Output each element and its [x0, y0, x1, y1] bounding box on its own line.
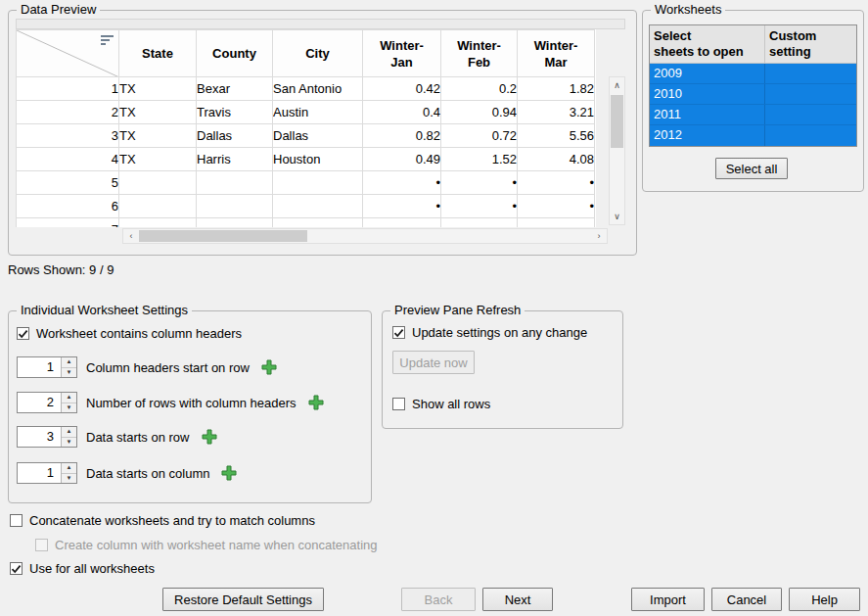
use-for-all-worksheets-checkbox[interactable]: Use for all worksheets	[10, 561, 155, 576]
checkbox-box	[35, 539, 48, 551]
back-button[interactable]: Back	[401, 588, 476, 611]
update-now-button[interactable]: Update now	[392, 351, 475, 374]
spinner-down-icon[interactable]: ▼	[62, 438, 76, 448]
vertical-scrollbar[interactable]: ∧ ∨	[609, 76, 625, 225]
preview-cell	[441, 218, 518, 228]
worksheet-contains-headers-checkbox[interactable]: Worksheet contains column headers	[17, 326, 242, 341]
excel-import-wizard-dialog: Data Preview	[0, 0, 868, 616]
preview-row: 5 • • •	[17, 171, 595, 195]
preview-cell	[273, 195, 363, 218]
spinner-down-icon[interactable]: ▼	[62, 474, 76, 484]
row-number: 6	[17, 195, 119, 218]
preview-cell: Austin	[273, 101, 363, 124]
worksheet-row-2010[interactable]: 2010	[650, 84, 856, 105]
preview-cell: Dallas	[273, 124, 363, 148]
scroll-down-icon[interactable]: ∨	[610, 209, 624, 224]
horizontal-scrollbar[interactable]: ‹ ›	[122, 228, 608, 244]
spinner-down-icon[interactable]: ▼	[62, 368, 76, 378]
spinner-down-icon[interactable]: ▼	[62, 403, 76, 413]
restore-default-settings-button[interactable]: Restore Default Settings	[162, 588, 324, 611]
data-preview-title: Data Preview	[17, 2, 100, 18]
preview-cell	[119, 195, 197, 218]
checkbox-box	[17, 327, 29, 340]
preview-cell: 0.72	[441, 124, 518, 148]
preview-cell: •	[518, 195, 595, 218]
preview-cell: 0.4	[363, 101, 441, 124]
update-on-change-checkbox[interactable]: Update settings on any change	[392, 325, 587, 340]
import-button[interactable]: Import	[631, 588, 705, 611]
preview-cell	[518, 218, 595, 228]
preview-cell: •	[363, 195, 441, 218]
preview-pane-refresh-title: Preview Pane Refresh	[390, 303, 525, 318]
spinner-up-icon[interactable]: ▲	[62, 393, 76, 403]
rows-shown-status: Rows Shown: 9 / 9	[8, 262, 114, 277]
add-icon[interactable]	[220, 464, 238, 482]
concatenate-checkbox[interactable]: Concatenate worksheets and try to match …	[10, 513, 315, 528]
preview-cell: •	[518, 171, 595, 195]
worksheet-name: 2012	[650, 125, 765, 146]
vertical-scroll-thumb[interactable]	[611, 95, 623, 148]
checkbox-box	[392, 398, 405, 410]
column-header-city: City	[273, 30, 363, 77]
data-start-row-spinner[interactable]: 3 ▲ ▼	[17, 426, 77, 448]
worksheet-row-2012[interactable]: 2012	[650, 125, 856, 146]
row-number: 2	[17, 101, 119, 124]
checkbox-box	[10, 514, 23, 527]
row-number: 1	[17, 77, 119, 101]
spinner-label: Data starts on row	[86, 430, 190, 445]
preview-row: 7	[17, 218, 595, 228]
spinner-value: 1	[18, 463, 59, 483]
show-all-rows-checkbox[interactable]: Show all rows	[392, 397, 490, 411]
preview-cell	[197, 171, 273, 195]
scroll-left-icon[interactable]: ‹	[123, 229, 139, 243]
column-headers-start-row-spinner[interactable]: 1 ▲ ▼	[17, 356, 77, 378]
preview-cell: 5.56	[518, 124, 595, 148]
spinner-label: Number of rows with column headers	[86, 396, 297, 410]
preview-cell: 4.08	[518, 148, 595, 171]
scroll-right-icon[interactable]: ›	[591, 229, 607, 243]
worksheet-name: 2011	[650, 105, 765, 124]
spinner-row: 2 ▲ ▼ Number of rows with column headers	[17, 392, 325, 413]
select-all-button[interactable]: Select all	[715, 158, 788, 179]
custom-setting-cell	[765, 64, 856, 83]
scroll-up-icon[interactable]: ∧	[610, 77, 624, 93]
header-rows-count-spinner[interactable]: 2 ▲ ▼	[17, 392, 77, 413]
add-icon[interactable]	[307, 394, 325, 411]
custom-setting-cell	[765, 84, 856, 104]
preview-cell	[273, 171, 363, 195]
preview-cell: Houston	[273, 148, 363, 171]
add-icon[interactable]	[260, 358, 278, 376]
worksheet-row-2009[interactable]: 2009	[650, 64, 856, 84]
cancel-button[interactable]: Cancel	[711, 588, 782, 611]
worksheet-name: 2009	[650, 64, 765, 83]
worksheet-row-2011[interactable]: 2011	[650, 105, 856, 125]
worksheets-list-header: Select sheets to open Custom setting	[650, 25, 856, 64]
preview-cell	[119, 218, 197, 228]
data-start-column-spinner[interactable]: 1 ▲ ▼	[17, 462, 77, 484]
preview-cell: 0.42	[363, 77, 441, 101]
spinner-up-icon[interactable]: ▲	[62, 427, 76, 438]
spinner-up-icon[interactable]: ▲	[62, 357, 76, 368]
add-icon[interactable]	[201, 428, 218, 446]
preview-cell: Harris	[197, 148, 273, 171]
spinner-up-icon[interactable]: ▲	[62, 463, 76, 474]
spinner-label: Data starts on column	[86, 466, 209, 481]
help-button[interactable]: Help	[789, 588, 860, 611]
horizontal-scroll-thumb[interactable]	[139, 230, 307, 242]
column-header-winter-feb: Winter- Feb	[441, 30, 518, 77]
next-button[interactable]: Next	[482, 588, 553, 611]
create-column-checkbox[interactable]: Create column with worksheet name when c…	[35, 538, 378, 552]
row-number: 7	[17, 218, 119, 228]
preview-row: 3 TX Dallas Dallas 0.82 0.72 5.56	[17, 124, 595, 148]
column-filter-icon	[100, 34, 114, 50]
preview-cell: 0.49	[363, 148, 441, 171]
preview-cell: San Antonio	[273, 77, 363, 101]
spinner-row: 3 ▲ ▼ Data starts on row	[17, 426, 218, 448]
spinner-value: 2	[18, 393, 59, 412]
checkbox-box	[392, 326, 405, 339]
preview-cell	[273, 218, 363, 228]
data-preview-group: Data Preview	[8, 10, 637, 256]
spinner-row: 1 ▲ ▼ Column headers start on row	[17, 356, 278, 378]
preview-cell: 0.2	[441, 77, 518, 101]
preview-cell	[363, 218, 441, 228]
